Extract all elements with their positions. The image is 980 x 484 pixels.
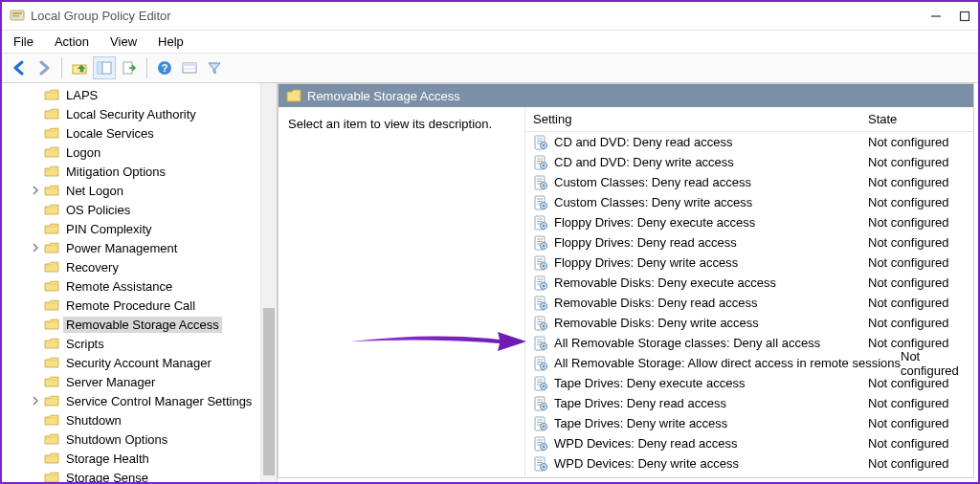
policy-icon	[533, 275, 548, 291]
chevron-right-icon[interactable]	[31, 243, 44, 253]
maximize-button[interactable]	[959, 11, 970, 22]
tree-item[interactable]: Power Management	[2, 238, 260, 257]
folder-icon	[44, 203, 59, 216]
setting-name: All Removable Storage: Allow direct acce…	[554, 356, 901, 370]
tree-item[interactable]: Mitigation Options	[2, 162, 260, 181]
tree-item-label: Power Management	[63, 240, 180, 256]
tree-item-label: Local Security Authority	[63, 106, 199, 122]
setting-name: Floppy Drives: Deny write access	[554, 255, 738, 270]
forward-button[interactable]	[33, 56, 56, 79]
tree-item[interactable]: Shutdown Options	[2, 429, 260, 449]
show-hide-tree-button[interactable]	[93, 56, 116, 79]
tree-scroll-area[interactable]: LAPSLocal Security AuthorityLocale Servi…	[2, 83, 260, 482]
setting-state: Not configured	[868, 155, 973, 169]
tree-item[interactable]: Service Control Manager Settings	[2, 391, 260, 410]
setting-row[interactable]: Removable Disks: Deny write accessNot co…	[525, 313, 973, 333]
policy-icon	[533, 215, 548, 231]
tree-item[interactable]: Storage Sense	[2, 468, 260, 482]
setting-row[interactable]: Floppy Drives: Deny execute accessNot co…	[525, 212, 973, 232]
setting-row[interactable]: Custom Classes: Deny read accessNot conf…	[525, 172, 973, 192]
filter-button[interactable]	[203, 56, 226, 79]
tree-item[interactable]: Local Security Authority	[2, 104, 260, 123]
tree-item-label: LAPS	[63, 87, 100, 103]
chevron-right-icon[interactable]	[31, 186, 44, 195]
tree-item[interactable]: OS Policies	[2, 200, 260, 219]
policy-icon	[533, 336, 548, 351]
setting-row[interactable]: CD and DVD: Deny write accessNot configu…	[525, 152, 973, 172]
tree-item[interactable]: Server Manager	[2, 372, 260, 391]
options-button[interactable]	[178, 56, 201, 79]
folder-icon	[44, 356, 59, 369]
tree-item[interactable]: Scripts	[2, 334, 260, 353]
setting-state: Not configured	[868, 255, 973, 270]
setting-row[interactable]: All Removable Storage: Allow direct acce…	[525, 353, 973, 373]
setting-name: Custom Classes: Deny read access	[554, 175, 751, 189]
column-header-state[interactable]: State	[868, 112, 973, 126]
tree-scrollbar[interactable]	[260, 83, 277, 482]
export-list-button[interactable]	[118, 56, 141, 79]
tree-item-label: Storage Health	[63, 451, 152, 467]
tree-item[interactable]: LAPS	[2, 85, 260, 104]
setting-row[interactable]: Tape Drives: Deny read accessNot configu…	[525, 393, 973, 413]
details-body: Select an item to view its description. …	[278, 107, 973, 477]
setting-state: Not configured	[868, 416, 973, 430]
setting-state: Not configured	[868, 316, 973, 330]
folder-icon	[44, 222, 59, 235]
tree-item[interactable]: Net Logon	[2, 181, 260, 200]
setting-row[interactable]: Removable Disks: Deny execute accessNot …	[525, 273, 973, 293]
folder-icon	[44, 318, 59, 331]
setting-row[interactable]: Floppy Drives: Deny read accessNot confi…	[525, 232, 973, 253]
tree-item-label: Remote Procedure Call	[63, 297, 198, 314]
setting-name: WPD Devices: Deny read access	[554, 436, 737, 451]
menu-help[interactable]: Help	[158, 34, 184, 49]
folder-icon	[44, 260, 59, 274]
setting-row[interactable]: Floppy Drives: Deny write accessNot conf…	[525, 253, 973, 273]
setting-row[interactable]: Tape Drives: Deny execute accessNot conf…	[525, 373, 973, 393]
setting-name: Removable Disks: Deny execute access	[554, 275, 776, 290]
tree-item[interactable]: Storage Health	[2, 449, 260, 468]
window-controls	[930, 11, 970, 22]
tree-item-label: Storage Sense	[63, 470, 151, 483]
tree-item[interactable]: Remote Assistance	[2, 276, 260, 296]
setting-state: Not configured	[868, 235, 973, 250]
tree-item[interactable]: Removable Storage Access	[2, 315, 260, 334]
tree-item[interactable]: Locale Services	[2, 123, 260, 143]
setting-row[interactable]: WPD Devices: Deny read accessNot configu…	[525, 433, 973, 453]
back-button[interactable]	[8, 56, 31, 79]
policy-icon	[533, 456, 548, 472]
column-header-setting[interactable]: Setting	[525, 112, 868, 126]
setting-row[interactable]: Custom Classes: Deny write accessNot con…	[525, 192, 973, 212]
setting-row[interactable]: CD and DVD: Deny read accessNot configur…	[525, 132, 973, 152]
tree-item[interactable]: Recovery	[2, 257, 260, 276]
tree-item-label: Mitigation Options	[63, 164, 168, 180]
tree-item-label: Shutdown Options	[63, 431, 170, 448]
tree-item[interactable]: Logon	[2, 143, 260, 162]
tree-item[interactable]: Security Account Manager	[2, 353, 260, 372]
tree-item-label: Locale Services	[63, 125, 157, 142]
menu-action[interactable]: Action	[55, 34, 89, 49]
tree-item[interactable]: Shutdown	[2, 410, 260, 429]
tree-item[interactable]: Remote Procedure Call	[2, 296, 260, 315]
chevron-right-icon[interactable]	[31, 396, 44, 406]
help-button[interactable]: ?	[153, 56, 176, 79]
svg-rect-14	[183, 63, 196, 66]
tree-item[interactable]: PIN Complexity	[2, 219, 260, 238]
setting-state: Not configured	[868, 175, 973, 189]
menu-view[interactable]: View	[110, 34, 137, 49]
tree-item-label: PIN Complexity	[63, 221, 155, 237]
folder-icon	[44, 165, 59, 178]
menu-file[interactable]: File	[13, 34, 33, 49]
tree-item-label: Net Logon	[63, 183, 126, 199]
scrollbar-thumb[interactable]	[263, 308, 275, 475]
setting-row[interactable]: Tape Drives: Deny write accessNot config…	[525, 413, 973, 433]
svg-rect-2	[12, 15, 19, 17]
tree-item-label: Removable Storage Access	[63, 317, 222, 333]
minimize-button[interactable]	[930, 11, 942, 22]
policy-icon	[533, 235, 548, 251]
up-level-button[interactable]	[68, 56, 91, 79]
setting-row[interactable]: WPD Devices: Deny write accessNot config…	[525, 453, 973, 473]
content-body: LAPSLocal Security AuthorityLocale Servi…	[2, 83, 978, 482]
setting-state: Not configured	[868, 456, 973, 471]
folder-icon	[44, 107, 59, 121]
setting-row[interactable]: Removable Disks: Deny read accessNot con…	[525, 293, 973, 313]
